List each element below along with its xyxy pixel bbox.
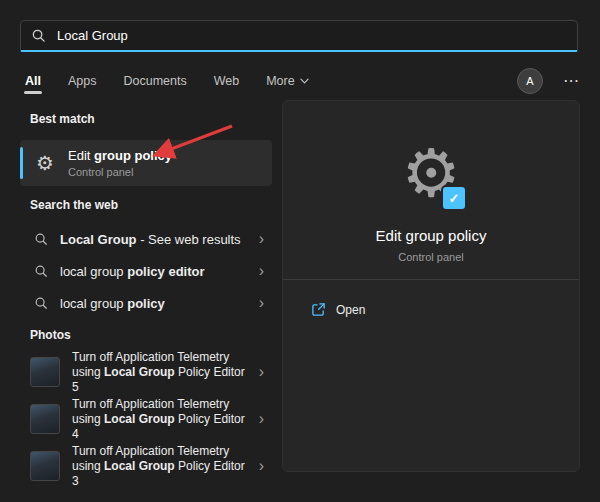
photo-thumbnail [30, 357, 60, 387]
chevron-right-icon: › [259, 458, 264, 474]
preview-panel: ⚙ ✓ Edit group policy Control panel Open [282, 100, 580, 472]
web-result-item[interactable]: local group policy editor › [20, 256, 272, 286]
web-result-text: local group policy [60, 296, 165, 311]
search-icon [34, 296, 48, 310]
search-web-heading: Search the web [30, 198, 118, 212]
app-icon: ⚙ ✓ [387, 135, 475, 211]
chevron-right-icon: › [259, 263, 264, 279]
chevron-right-icon: › [259, 295, 264, 311]
photo-result-text: Turn off Application Telemetry using Loc… [72, 350, 247, 395]
photo-line2: using Local Group Policy Editor 5 [72, 365, 247, 395]
photo-result-text: Turn off Application Telemetry using Loc… [72, 397, 247, 442]
avatar[interactable]: A [517, 68, 543, 94]
gear-icon: ⚙ [34, 153, 56, 173]
open-icon [311, 302, 326, 317]
photo-thumbnail [30, 404, 60, 434]
tab-more[interactable]: More [265, 71, 309, 91]
tab-all[interactable]: All [24, 71, 42, 91]
open-label: Open [336, 303, 365, 317]
best-match-heading: Best match [30, 112, 95, 126]
chevron-right-icon: › [259, 411, 264, 427]
preview-subtitle: Control panel [398, 251, 463, 263]
search-icon [34, 264, 48, 278]
best-match-item[interactable]: ⚙ Edit group policy Control panel [20, 140, 272, 186]
search-icon [34, 232, 48, 246]
chevron-right-icon: › [259, 231, 264, 247]
photo-line1: Turn off Application Telemetry [72, 350, 247, 365]
best-match-title: Edit group policy [68, 148, 172, 164]
best-match-subtitle: Control panel [68, 166, 172, 179]
tabs-right-area: A ⋯ [517, 68, 580, 94]
web-result-text: local group policy editor [60, 264, 205, 279]
photo-result-text: Turn off Application Telemetry using Loc… [72, 444, 247, 489]
web-result-item[interactable]: local group policy › [20, 288, 272, 318]
photo-line1: Turn off Application Telemetry [72, 397, 247, 412]
chevron-right-icon: › [259, 364, 264, 380]
web-result-text: Local Group - See web results [60, 232, 241, 247]
open-button[interactable]: Open [311, 302, 365, 317]
photo-thumbnail [30, 451, 60, 481]
search-filter-tabs: All Apps Documents Web More A ⋯ [24, 68, 580, 94]
selection-accent-bar [20, 147, 23, 179]
preview-divider [283, 279, 579, 280]
search-input[interactable] [55, 27, 567, 44]
photo-result-item[interactable]: Turn off Application Telemetry using Loc… [20, 444, 272, 488]
start-search-flyout: All Apps Documents Web More A ⋯ Best mat… [0, 0, 600, 502]
tab-documents[interactable]: Documents [122, 71, 187, 91]
search-bar[interactable] [20, 20, 578, 52]
tab-web[interactable]: Web [213, 71, 240, 91]
preview-title: Edit group policy [376, 227, 487, 244]
check-icon: ✓ [449, 192, 460, 205]
more-options-button[interactable]: ⋯ [563, 73, 580, 89]
search-icon [31, 28, 46, 43]
photo-result-item[interactable]: Turn off Application Telemetry using Loc… [20, 350, 272, 394]
check-badge: ✓ [441, 185, 467, 211]
best-match-text: Edit group policy Control panel [68, 148, 172, 179]
photo-result-item[interactable]: Turn off Application Telemetry using Loc… [20, 397, 272, 441]
web-result-item[interactable]: Local Group - See web results › [20, 224, 272, 254]
photos-heading: Photos [30, 328, 71, 342]
tab-apps[interactable]: Apps [67, 71, 98, 91]
photo-line2: using Local Group Policy Editor 4 [72, 412, 247, 442]
photo-line1: Turn off Application Telemetry [72, 444, 247, 459]
photo-line2: using Local Group Policy Editor 3 [72, 459, 247, 489]
chevron-down-icon [300, 78, 309, 84]
